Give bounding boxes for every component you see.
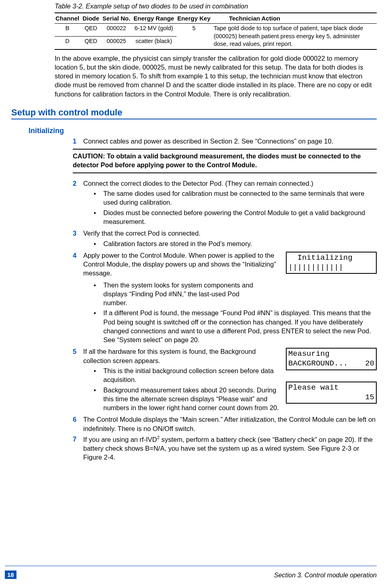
- lcd-line: 15: [288, 393, 374, 402]
- bullet: •This is the initial background collecti…: [94, 366, 279, 384]
- lcd-line: BACKGROUND...: [288, 359, 348, 369]
- bullet-text: Diodes must be connected before powering…: [103, 208, 377, 226]
- bullet: •Then the system looks for system compon…: [94, 281, 377, 308]
- intro-paragraph: In the above example, the physicist can …: [55, 54, 377, 99]
- caution-block: CAUTION: To obtain a valid background me…: [73, 149, 377, 173]
- step-6: 6 The Control Module displays the “Main …: [73, 415, 377, 433]
- lcd-initializing: Initializing||||||||||||: [286, 252, 377, 274]
- step-2: 2 Connect the correct diodes to the Dete…: [73, 179, 377, 227]
- cell-action: Tape gold diode to top surface of patien…: [213, 24, 377, 49]
- lcd-line: Initializing: [288, 253, 374, 263]
- cell: scatter (black): [133, 36, 177, 49]
- bullet-text: Then the system looks for system compone…: [103, 281, 264, 308]
- lcd-line: ||||||||||||: [288, 263, 374, 273]
- step-text: The Control Module displays the “Main sc…: [83, 415, 377, 433]
- th-action: Technician Action: [213, 13, 377, 24]
- cell: 000022: [102, 24, 133, 37]
- diode-table: Channel Diode Serial No. Energy Range En…: [55, 12, 377, 50]
- bullet: •Diodes must be connected before powerin…: [94, 208, 377, 226]
- bullet: •The same diodes used for calibration mu…: [94, 189, 377, 207]
- lcd-line: 20: [365, 359, 374, 369]
- heading-setup: Setup with control module: [11, 107, 377, 118]
- bullet: •Background measurement takes about 20 s…: [94, 386, 279, 413]
- cell: 000025: [102, 36, 133, 49]
- cell: 5: [177, 24, 213, 37]
- step-text: Connect the correct diodes to the Detect…: [83, 179, 377, 188]
- bullet: •If a different Pod is found, the messag…: [94, 308, 377, 344]
- cell: D: [55, 36, 82, 49]
- cell: 6-12 MV (gold): [133, 24, 177, 37]
- cell: QED: [82, 24, 102, 37]
- page-footer: 18 Section 3. Control module operation: [0, 571, 392, 579]
- th-serial: Serial No.: [102, 13, 133, 24]
- step-text: Connect cables and power as described in…: [83, 137, 377, 146]
- step-5: 5 If all the hardware for this system is…: [73, 347, 377, 413]
- step-7: 7 If you are using an rf-IVD2 system, pe…: [73, 435, 377, 462]
- cell: QED: [82, 36, 102, 49]
- step-text: If you are using an rf-IVD2 system, perf…: [83, 435, 377, 462]
- step-number: 2: [73, 179, 83, 227]
- step-1: 1 Connect cables and power as described …: [73, 137, 377, 146]
- bullet: •Calibration factors are stored in the P…: [94, 239, 377, 248]
- lcd-line: Please wait: [288, 383, 374, 393]
- step-text: If all the hardware for this system is f…: [83, 347, 279, 365]
- bullet-text: If a different Pod is found, the message…: [103, 308, 377, 344]
- footer-divider: [5, 566, 377, 566]
- footer-section: Section 3. Control module operation: [274, 572, 377, 579]
- table-row: B QED 000022 6-12 MV (gold) 5 Tape gold …: [55, 24, 377, 37]
- lcd-measuring: MeasuringBACKGROUND...20: [286, 348, 377, 370]
- step-number: 5: [73, 347, 83, 413]
- step-3: 3 Verify that the correct Pod is connect…: [73, 229, 377, 249]
- heading-initializing: Initializing: [29, 127, 377, 135]
- lcd-please-wait: Please wait15: [286, 382, 377, 404]
- step-4: 4 Apply power to the Control Module. Whe…: [73, 251, 377, 278]
- step-number: 1: [73, 137, 83, 146]
- lcd-line: Measuring: [288, 349, 374, 359]
- table-caption: Table 3-2. Example setup of two diodes t…: [55, 2, 377, 10]
- step-text: Verify that the correct Pod is connected…: [83, 229, 377, 238]
- bullet-text: This is the initial background collectio…: [103, 366, 279, 384]
- divider: [11, 119, 377, 119]
- bullet-text: Background measurement takes about 20 se…: [103, 386, 279, 413]
- bullet-text: The same diodes used for calibration mus…: [103, 189, 377, 207]
- page-number: 18: [5, 571, 16, 579]
- th-range: Energy Range: [133, 13, 177, 24]
- step-number: 3: [73, 229, 83, 249]
- step-number: 6: [73, 415, 83, 433]
- step-number: 7: [73, 435, 83, 462]
- cell: B: [55, 24, 82, 37]
- cell: [177, 36, 213, 49]
- step-text: Apply power to the Control Module. When …: [83, 251, 279, 278]
- th-diode: Diode: [82, 13, 102, 24]
- th-channel: Channel: [55, 13, 82, 24]
- bullet-text: Calibration factors are stored in the Po…: [103, 239, 377, 248]
- th-key: Energy Key: [177, 13, 213, 24]
- step-number: 4: [73, 251, 83, 278]
